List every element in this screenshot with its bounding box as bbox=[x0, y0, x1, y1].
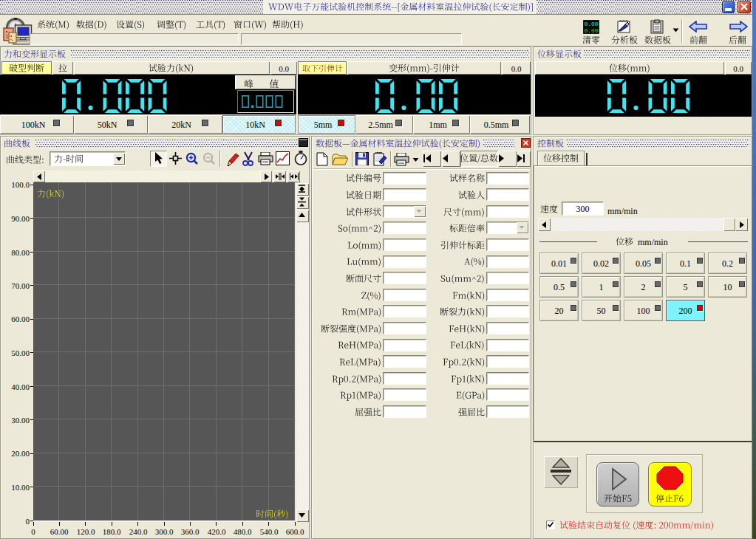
svg-text:0.00: 0.00 bbox=[584, 21, 598, 27]
svg-text:0.00: 0.00 bbox=[584, 27, 598, 34]
